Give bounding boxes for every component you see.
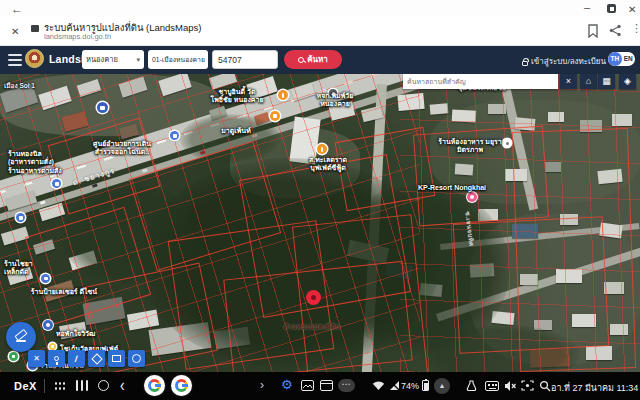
keyboard-icon[interactable] <box>485 381 499 391</box>
screenshot-icon[interactable] <box>301 380 314 391</box>
grid-view-button[interactable]: ▦ <box>598 74 615 89</box>
shop-poi-icon[interactable] <box>41 274 50 283</box>
back-icon[interactable]: ‹ <box>120 374 125 395</box>
landsmaps-header: LandsMaps หนองคาย▾ 01-เมืองหนองคาย▾ ค้นห… <box>0 46 640 74</box>
map-search-input[interactable] <box>403 74 558 89</box>
place-poi-icon[interactable] <box>329 89 337 97</box>
pin-icon <box>54 356 59 361</box>
layers-button[interactable]: ◈ <box>619 74 636 89</box>
map-search-clear-button[interactable]: × <box>560 74 577 89</box>
page-url: landsmaps.dol.go.th <box>44 32 111 41</box>
parcel-location-marker[interactable] <box>306 290 321 323</box>
point-tool-button[interactable] <box>48 350 65 367</box>
close-tool-button[interactable]: ✕ <box>28 350 45 367</box>
more-options-icon[interactable]: ⋯ <box>338 379 355 392</box>
multi-window-icon[interactable] <box>320 380 333 391</box>
bus-stop-icon[interactable] <box>16 213 25 222</box>
search-icon <box>298 57 304 63</box>
rectangle-icon <box>112 355 121 362</box>
bus-stop-icon[interactable] <box>52 179 61 188</box>
chevron-down-icon: ▾ <box>136 50 140 69</box>
wifi-icon[interactable] <box>372 380 385 391</box>
measure-tool-button[interactable] <box>6 322 36 352</box>
volume-mute-icon[interactable] <box>504 380 516 392</box>
google-app-icon[interactable] <box>171 375 192 396</box>
clock-date[interactable]: อา.ที่ 27 มีนาคม 11:34 <box>551 381 638 395</box>
lodging-pin-icon[interactable] <box>467 192 477 220</box>
polygon-icon <box>91 353 102 364</box>
place-poi-icon[interactable] <box>503 139 511 147</box>
window-minimize-icon[interactable]: – <box>584 0 590 16</box>
lock-icon <box>522 61 528 66</box>
cafe-poi-icon[interactable] <box>270 111 280 121</box>
share-icon[interactable] <box>609 24 622 37</box>
recents-icon[interactable] <box>86 380 88 391</box>
parcel-info-button[interactable]: ⌂ <box>580 74 597 89</box>
home-icon[interactable] <box>98 380 109 391</box>
restaurant-poi-icon[interactable] <box>317 144 327 154</box>
landsmaps-logo <box>25 49 44 68</box>
province-select[interactable]: หนองคาย▾ <box>82 50 144 69</box>
window-titlebar: ← – ✕ <box>0 0 640 17</box>
secure-lock-icon <box>31 25 39 32</box>
browser-toolbar: ✕ ระบบค้นหารูปแปลงที่ดิน (LandsMaps) lan… <box>0 17 640 46</box>
path-tool-button[interactable]: / <box>68 350 85 367</box>
login-link[interactable]: เข้าสู่ระบบ/ลงทะเบียน <box>522 55 606 68</box>
battery-percent: 74% <box>401 381 419 391</box>
search-button[interactable]: ค้นหา <box>284 50 342 69</box>
dormitory-pin-icon[interactable] <box>43 320 53 348</box>
settings-gear-icon[interactable]: ⚙ <box>281 377 293 392</box>
battery-icon <box>422 380 429 391</box>
polygon-tool-button[interactable] <box>88 350 105 367</box>
apps-grid-icon[interactable] <box>54 381 66 391</box>
circle-icon <box>132 354 141 363</box>
polyline-icon: / <box>75 353 79 363</box>
window-close-icon[interactable]: ✕ <box>628 1 636 18</box>
bus-stop-icon[interactable] <box>170 131 179 140</box>
restaurant-poi-icon[interactable] <box>278 90 288 100</box>
labs-flask-icon[interactable] <box>466 380 477 392</box>
dex-label[interactable]: DeX <box>14 380 37 392</box>
screen: ← – ✕ ✕ ระบบค้นหารูปแปลงที่ดิน (LandsMap… <box>0 0 640 400</box>
expand-tray-icon[interactable]: › <box>260 378 264 392</box>
rectangle-tool-button[interactable] <box>108 350 125 367</box>
tab-close-icon[interactable]: ✕ <box>11 23 19 40</box>
satellite-map[interactable]: ถ. ชยางกูร ซ.เจนจบทิศ ตำแหน่งแปลงที่ดิน … <box>0 74 640 372</box>
dex-taskbar: DeX ‹ › ⚙ ⋯ 74% ▲ <box>0 372 640 400</box>
circle-tool-button[interactable] <box>128 350 145 367</box>
tray-expand-icon[interactable]: ▲ <box>434 378 450 394</box>
browser-back-icon[interactable]: ← <box>11 1 23 18</box>
government-poi-icon[interactable] <box>97 102 108 113</box>
hamburger-menu-icon[interactable] <box>8 54 22 66</box>
google-app-icon[interactable] <box>144 375 165 396</box>
parcel-number-input[interactable] <box>212 50 278 69</box>
mobile-data-icon[interactable] <box>389 380 400 391</box>
store-poi-icon[interactable] <box>9 352 18 361</box>
lang-th-button[interactable]: TH <box>608 52 622 66</box>
district-select[interactable]: 01-เมืองหนองคาย▾ <box>148 50 208 69</box>
lang-en-button[interactable]: EN <box>622 52 636 66</box>
browser-menu-icon[interactable]: ⋮ <box>631 22 640 35</box>
screen-capture-icon[interactable] <box>521 380 534 391</box>
language-toggle: TH EN <box>608 52 635 66</box>
finder-search-icon[interactable] <box>539 380 551 392</box>
window-restore-icon[interactable] <box>607 4 616 13</box>
bookmark-icon[interactable] <box>587 24 599 38</box>
